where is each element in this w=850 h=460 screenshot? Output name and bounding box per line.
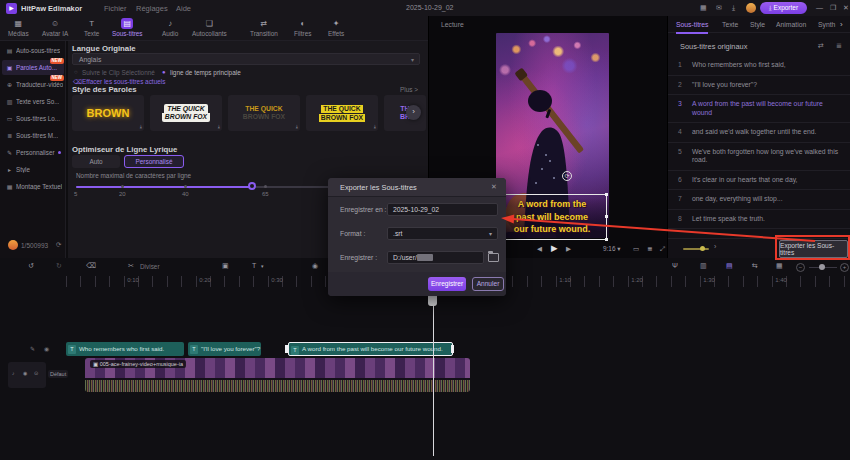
zoom-out-icon[interactable]: − <box>796 263 805 272</box>
ribbon-item-transition[interactable]: ⇄Transition <box>250 18 278 37</box>
user-avatar[interactable] <box>746 3 756 13</box>
text-tool-chevron-icon[interactable]: ▾ <box>261 263 264 269</box>
split-label[interactable]: Diviser <box>140 263 160 270</box>
path-input[interactable]: D:/user/ <box>387 251 484 264</box>
split-icon[interactable]: ✂ <box>128 262 134 270</box>
browse-folder-icon[interactable] <box>488 253 499 262</box>
ribbon-item-effets[interactable]: ✦Effets <box>328 18 344 37</box>
more-styles-link[interactable]: Plus > <box>400 86 418 93</box>
list-view-icon[interactable]: ≣ <box>836 42 842 50</box>
crop-icon[interactable]: ▭ <box>633 245 639 253</box>
next-frame-icon[interactable]: ▶ <box>566 245 571 253</box>
sidebar-item-traducteur-video[interactable]: ⊕Traducteur-vidéoNEW <box>2 77 64 92</box>
timeline-video-clip[interactable]: ▣ 005-ace-frainey-video+musique-ia <box>85 358 470 392</box>
voiceover-mic-icon[interactable]: Ψ <box>672 262 678 269</box>
subtitle-row[interactable]: 7one day, everything will stop... <box>668 190 850 210</box>
feedback-icon[interactable]: ✉ <box>716 4 722 12</box>
sidebar-item-sous-titres-manuels[interactable]: ≣Sous-titres M... <box>2 128 64 143</box>
subtitle-row[interactable]: 6It's clear in our hearts that one day, <box>668 171 850 191</box>
sidebar-item-texte-vers-sous-titres[interactable]: ▥Texte vers So... <box>2 94 64 109</box>
optimizer-auto-button[interactable]: Auto <box>72 155 120 168</box>
resize-handle[interactable] <box>605 215 608 218</box>
subtitle-row[interactable]: 2"I'll love you forever"? <box>668 76 850 96</box>
track-option-icon[interactable]: ▥ <box>700 262 707 270</box>
styles-scroll-right-button[interactable]: › <box>406 105 421 120</box>
radio-main-timeline-label[interactable]: ligne de temps principale <box>170 69 241 76</box>
sidebar-item-montage-textuel[interactable]: ▦Montage Textuel <box>2 179 64 194</box>
timeline-subtitle-clip[interactable]: T"I'll love you forever"? <box>188 342 261 356</box>
mini-progress-handle[interactable] <box>700 246 705 251</box>
track-option-active-icon[interactable]: ▤ <box>726 262 733 270</box>
subtitle-row[interactable]: 1Who remembers who first said, <box>668 56 850 76</box>
style-card-brown-glow[interactable]: BROWN ⤓ <box>72 95 144 131</box>
sidebar-item-style[interactable]: ▸Style <box>2 162 64 177</box>
ribbon-item-avatar-ia[interactable]: ☺Avatar IA <box>42 18 68 37</box>
record-icon[interactable]: ▣ <box>222 262 229 270</box>
subtitle-track-edit-icon[interactable]: ✎ <box>30 345 35 352</box>
subtitle-row[interactable]: 8Let time speak the truth. <box>668 210 850 230</box>
ribbon-item-sous-titres[interactable]: ▤Sous-titres <box>112 18 143 37</box>
subtitle-row-selected[interactable]: 3A word from the past will become our fu… <box>668 95 850 123</box>
subtitle-row[interactable]: 5We've both forgotten how long we've wal… <box>668 143 850 171</box>
lock-track-icon[interactable]: ⊙ <box>34 370 38 376</box>
tab-texte[interactable]: Texte <box>722 21 738 32</box>
optimizer-custom-button[interactable]: Personnalisé <box>124 155 184 168</box>
style-card-white-box[interactable]: THE QUICK BROWN FOX ⤓ <box>150 95 222 131</box>
download-icon[interactable]: ⤓ <box>732 4 735 12</box>
ribbon-item-medias[interactable]: ▦Médias <box>8 18 29 37</box>
radio-follow-clip-label[interactable]: Suivre le Clip Sélectionné <box>82 69 155 76</box>
export-top-button[interactable]: ⤓ Exporter <box>760 2 807 14</box>
timeline-subtitle-clip[interactable]: TWho remembers who first said. <box>66 342 184 356</box>
radio-on-icon[interactable]: ● <box>162 69 166 75</box>
minimize-icon[interactable]: — <box>816 4 823 11</box>
radio-off-icon[interactable]: ○ <box>74 69 78 75</box>
clip-trim-handle-left[interactable] <box>285 345 288 353</box>
mute-icon[interactable]: ♪ <box>12 370 15 376</box>
redo-icon[interactable]: ↻ <box>56 262 62 270</box>
dialog-cancel-button[interactable]: Annuler <box>472 277 504 291</box>
ribbon-item-filtres[interactable]: ◐Filtres <box>294 18 311 37</box>
translate-icon[interactable]: ⇄ <box>818 42 824 50</box>
close-icon[interactable]: ✕ <box>843 4 849 12</box>
sticker-tool-icon[interactable]: ◉ <box>312 262 318 270</box>
subtitle-track-visibility-icon[interactable]: ◉ <box>44 345 49 352</box>
sidebar-item-auto-sous-titres[interactable]: ▤Auto-sous-titres <box>2 43 64 58</box>
prev-frame-icon[interactable]: ◀ <box>537 245 542 253</box>
mini-progress-slider[interactable] <box>683 248 709 250</box>
tabs-overflow-chevron-icon[interactable]: › <box>840 20 843 29</box>
max-chars-slider-handle[interactable] <box>248 182 256 190</box>
ribbon-item-audio[interactable]: ♪Audio <box>162 18 178 37</box>
filename-input[interactable]: 2025-10-29_02 <box>387 203 498 216</box>
restore-icon[interactable]: ❐ <box>830 4 836 12</box>
refresh-icon[interactable]: ⟳ <box>56 241 61 249</box>
clip-trim-handle-right[interactable] <box>451 345 454 353</box>
timeline-subtitle-clip-selected[interactable]: TA word from the past will become our fu… <box>288 342 453 356</box>
subtitle-row[interactable]: 4and said we'd walk together until the e… <box>668 123 850 143</box>
ribbon-item-texte[interactable]: TTexte <box>84 18 99 37</box>
language-dropdown[interactable]: Anglais ▾ <box>72 53 420 65</box>
format-select[interactable]: .srt ▾ <box>387 227 498 240</box>
zoom-in-icon[interactable]: + <box>840 263 849 272</box>
delete-icon[interactable]: ⌫ <box>86 262 96 270</box>
sidebar-item-sous-titres-locaux[interactable]: ▭Sous-titres Lo... <box>2 111 64 126</box>
tab-style[interactable]: Style <box>750 21 765 32</box>
menu-reglages[interactable]: Réglages <box>136 4 168 13</box>
export-subtitles-button[interactable]: Exporter les Sous-titres <box>779 240 848 258</box>
tab-synthese[interactable]: Synth <box>818 21 835 32</box>
sidebar-item-paroles-auto[interactable]: ▣Paroles Auto...NEW <box>2 60 64 75</box>
clear-subtitles-link[interactable]: Effacer les sous-titres actuels <box>82 78 165 85</box>
ribbon-item-autocollants[interactable]: ❏Autocollants <box>192 18 227 37</box>
snap-icon[interactable]: ▦ <box>776 262 783 270</box>
style-card-yellow-highlight[interactable]: THE QUICK BROWN FOX ⤓ <box>306 95 378 131</box>
timeline-zoom-handle[interactable] <box>819 264 825 270</box>
rotate-handle-icon[interactable]: ⟳ <box>562 171 572 181</box>
play-icon[interactable]: ▶ <box>551 243 558 253</box>
style-card-dark[interactable]: THE QUICK BROWN FOX ⤓ <box>228 95 300 131</box>
subtitle-overlay-text[interactable]: A word from the past will become our fut… <box>499 198 605 236</box>
menu-aide[interactable]: Aide <box>176 4 191 13</box>
sidebar-item-personnaliser[interactable]: ✎Personnaliser <box>2 145 64 160</box>
menu-fichier[interactable]: Fichier <box>104 4 127 13</box>
mini-progress-next-icon[interactable]: › <box>714 243 716 250</box>
resize-handle[interactable] <box>605 238 608 241</box>
tab-sous-titres[interactable]: Sous-titres <box>676 21 708 34</box>
